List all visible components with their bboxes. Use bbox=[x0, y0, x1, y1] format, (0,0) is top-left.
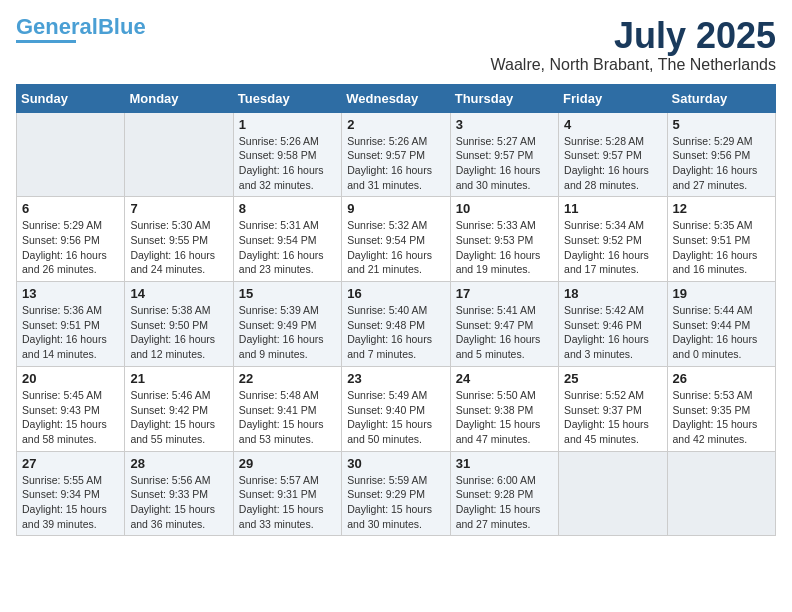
calendar-cell: 27Sunrise: 5:55 AM Sunset: 9:34 PM Dayli… bbox=[17, 451, 125, 536]
day-detail: Sunrise: 5:30 AM Sunset: 9:55 PM Dayligh… bbox=[130, 218, 227, 277]
day-detail: Sunrise: 5:42 AM Sunset: 9:46 PM Dayligh… bbox=[564, 303, 661, 362]
day-detail: Sunrise: 5:40 AM Sunset: 9:48 PM Dayligh… bbox=[347, 303, 444, 362]
calendar-week-row: 1Sunrise: 5:26 AM Sunset: 9:58 PM Daylig… bbox=[17, 112, 776, 197]
day-detail: Sunrise: 5:34 AM Sunset: 9:52 PM Dayligh… bbox=[564, 218, 661, 277]
column-header-friday: Friday bbox=[559, 84, 667, 112]
day-number: 31 bbox=[456, 456, 553, 471]
calendar-cell: 12Sunrise: 5:35 AM Sunset: 9:51 PM Dayli… bbox=[667, 197, 775, 282]
day-detail: Sunrise: 5:49 AM Sunset: 9:40 PM Dayligh… bbox=[347, 388, 444, 447]
column-header-tuesday: Tuesday bbox=[233, 84, 341, 112]
calendar-cell: 21Sunrise: 5:46 AM Sunset: 9:42 PM Dayli… bbox=[125, 366, 233, 451]
calendar-cell bbox=[559, 451, 667, 536]
day-detail: Sunrise: 5:35 AM Sunset: 9:51 PM Dayligh… bbox=[673, 218, 770, 277]
day-number: 28 bbox=[130, 456, 227, 471]
day-detail: Sunrise: 5:26 AM Sunset: 9:57 PM Dayligh… bbox=[347, 134, 444, 193]
column-header-thursday: Thursday bbox=[450, 84, 558, 112]
calendar-week-row: 6Sunrise: 5:29 AM Sunset: 9:56 PM Daylig… bbox=[17, 197, 776, 282]
day-detail: Sunrise: 5:28 AM Sunset: 9:57 PM Dayligh… bbox=[564, 134, 661, 193]
calendar-week-row: 13Sunrise: 5:36 AM Sunset: 9:51 PM Dayli… bbox=[17, 282, 776, 367]
calendar-cell: 28Sunrise: 5:56 AM Sunset: 9:33 PM Dayli… bbox=[125, 451, 233, 536]
day-number: 9 bbox=[347, 201, 444, 216]
calendar-cell: 10Sunrise: 5:33 AM Sunset: 9:53 PM Dayli… bbox=[450, 197, 558, 282]
logo: GeneralBlue bbox=[16, 16, 146, 43]
calendar-cell: 20Sunrise: 5:45 AM Sunset: 9:43 PM Dayli… bbox=[17, 366, 125, 451]
day-number: 16 bbox=[347, 286, 444, 301]
month-year-title: July 2025 bbox=[491, 16, 776, 56]
calendar-cell: 13Sunrise: 5:36 AM Sunset: 9:51 PM Dayli… bbox=[17, 282, 125, 367]
day-number: 25 bbox=[564, 371, 661, 386]
title-area: July 2025 Waalre, North Brabant, The Net… bbox=[491, 16, 776, 74]
column-header-wednesday: Wednesday bbox=[342, 84, 450, 112]
day-detail: Sunrise: 5:32 AM Sunset: 9:54 PM Dayligh… bbox=[347, 218, 444, 277]
day-detail: Sunrise: 5:55 AM Sunset: 9:34 PM Dayligh… bbox=[22, 473, 119, 532]
calendar-cell: 31Sunrise: 6:00 AM Sunset: 9:28 PM Dayli… bbox=[450, 451, 558, 536]
logo-text: GeneralBlue bbox=[16, 16, 146, 38]
day-detail: Sunrise: 5:50 AM Sunset: 9:38 PM Dayligh… bbox=[456, 388, 553, 447]
day-number: 29 bbox=[239, 456, 336, 471]
logo-blue: Blue bbox=[98, 14, 146, 39]
calendar-cell: 16Sunrise: 5:40 AM Sunset: 9:48 PM Dayli… bbox=[342, 282, 450, 367]
calendar-cell: 1Sunrise: 5:26 AM Sunset: 9:58 PM Daylig… bbox=[233, 112, 341, 197]
day-detail: Sunrise: 5:29 AM Sunset: 9:56 PM Dayligh… bbox=[673, 134, 770, 193]
day-number: 1 bbox=[239, 117, 336, 132]
day-number: 8 bbox=[239, 201, 336, 216]
calendar-cell: 8Sunrise: 5:31 AM Sunset: 9:54 PM Daylig… bbox=[233, 197, 341, 282]
day-number: 3 bbox=[456, 117, 553, 132]
day-number: 6 bbox=[22, 201, 119, 216]
calendar-cell bbox=[667, 451, 775, 536]
calendar-cell: 17Sunrise: 5:41 AM Sunset: 9:47 PM Dayli… bbox=[450, 282, 558, 367]
calendar-cell: 22Sunrise: 5:48 AM Sunset: 9:41 PM Dayli… bbox=[233, 366, 341, 451]
day-detail: Sunrise: 5:41 AM Sunset: 9:47 PM Dayligh… bbox=[456, 303, 553, 362]
calendar-header-row: SundayMondayTuesdayWednesdayThursdayFrid… bbox=[17, 84, 776, 112]
day-number: 5 bbox=[673, 117, 770, 132]
header: GeneralBlue July 2025 Waalre, North Brab… bbox=[16, 16, 776, 74]
day-number: 4 bbox=[564, 117, 661, 132]
day-detail: Sunrise: 5:29 AM Sunset: 9:56 PM Dayligh… bbox=[22, 218, 119, 277]
day-number: 30 bbox=[347, 456, 444, 471]
day-number: 19 bbox=[673, 286, 770, 301]
calendar-cell: 11Sunrise: 5:34 AM Sunset: 9:52 PM Dayli… bbox=[559, 197, 667, 282]
day-number: 24 bbox=[456, 371, 553, 386]
calendar-cell: 6Sunrise: 5:29 AM Sunset: 9:56 PM Daylig… bbox=[17, 197, 125, 282]
calendar-cell: 30Sunrise: 5:59 AM Sunset: 9:29 PM Dayli… bbox=[342, 451, 450, 536]
day-detail: Sunrise: 5:45 AM Sunset: 9:43 PM Dayligh… bbox=[22, 388, 119, 447]
day-detail: Sunrise: 5:31 AM Sunset: 9:54 PM Dayligh… bbox=[239, 218, 336, 277]
day-detail: Sunrise: 5:56 AM Sunset: 9:33 PM Dayligh… bbox=[130, 473, 227, 532]
day-detail: Sunrise: 5:27 AM Sunset: 9:57 PM Dayligh… bbox=[456, 134, 553, 193]
day-detail: Sunrise: 5:33 AM Sunset: 9:53 PM Dayligh… bbox=[456, 218, 553, 277]
calendar-cell: 5Sunrise: 5:29 AM Sunset: 9:56 PM Daylig… bbox=[667, 112, 775, 197]
calendar-cell: 3Sunrise: 5:27 AM Sunset: 9:57 PM Daylig… bbox=[450, 112, 558, 197]
day-number: 20 bbox=[22, 371, 119, 386]
column-header-monday: Monday bbox=[125, 84, 233, 112]
logo-underline bbox=[16, 40, 76, 43]
day-number: 15 bbox=[239, 286, 336, 301]
location-label: Waalre, North Brabant, The Netherlands bbox=[491, 56, 776, 74]
day-number: 14 bbox=[130, 286, 227, 301]
calendar-cell: 14Sunrise: 5:38 AM Sunset: 9:50 PM Dayli… bbox=[125, 282, 233, 367]
day-number: 22 bbox=[239, 371, 336, 386]
calendar-cell: 9Sunrise: 5:32 AM Sunset: 9:54 PM Daylig… bbox=[342, 197, 450, 282]
day-detail: Sunrise: 5:48 AM Sunset: 9:41 PM Dayligh… bbox=[239, 388, 336, 447]
calendar-week-row: 20Sunrise: 5:45 AM Sunset: 9:43 PM Dayli… bbox=[17, 366, 776, 451]
calendar-week-row: 27Sunrise: 5:55 AM Sunset: 9:34 PM Dayli… bbox=[17, 451, 776, 536]
day-detail: Sunrise: 5:57 AM Sunset: 9:31 PM Dayligh… bbox=[239, 473, 336, 532]
day-detail: Sunrise: 5:53 AM Sunset: 9:35 PM Dayligh… bbox=[673, 388, 770, 447]
day-detail: Sunrise: 5:36 AM Sunset: 9:51 PM Dayligh… bbox=[22, 303, 119, 362]
calendar-cell: 19Sunrise: 5:44 AM Sunset: 9:44 PM Dayli… bbox=[667, 282, 775, 367]
column-header-sunday: Sunday bbox=[17, 84, 125, 112]
calendar-table: SundayMondayTuesdayWednesdayThursdayFrid… bbox=[16, 84, 776, 537]
day-detail: Sunrise: 5:38 AM Sunset: 9:50 PM Dayligh… bbox=[130, 303, 227, 362]
calendar-cell: 18Sunrise: 5:42 AM Sunset: 9:46 PM Dayli… bbox=[559, 282, 667, 367]
day-detail: Sunrise: 5:44 AM Sunset: 9:44 PM Dayligh… bbox=[673, 303, 770, 362]
day-detail: Sunrise: 6:00 AM Sunset: 9:28 PM Dayligh… bbox=[456, 473, 553, 532]
day-number: 18 bbox=[564, 286, 661, 301]
day-detail: Sunrise: 5:52 AM Sunset: 9:37 PM Dayligh… bbox=[564, 388, 661, 447]
calendar-cell: 2Sunrise: 5:26 AM Sunset: 9:57 PM Daylig… bbox=[342, 112, 450, 197]
day-number: 10 bbox=[456, 201, 553, 216]
day-number: 23 bbox=[347, 371, 444, 386]
day-number: 7 bbox=[130, 201, 227, 216]
calendar-cell: 25Sunrise: 5:52 AM Sunset: 9:37 PM Dayli… bbox=[559, 366, 667, 451]
day-number: 12 bbox=[673, 201, 770, 216]
day-number: 27 bbox=[22, 456, 119, 471]
day-number: 11 bbox=[564, 201, 661, 216]
